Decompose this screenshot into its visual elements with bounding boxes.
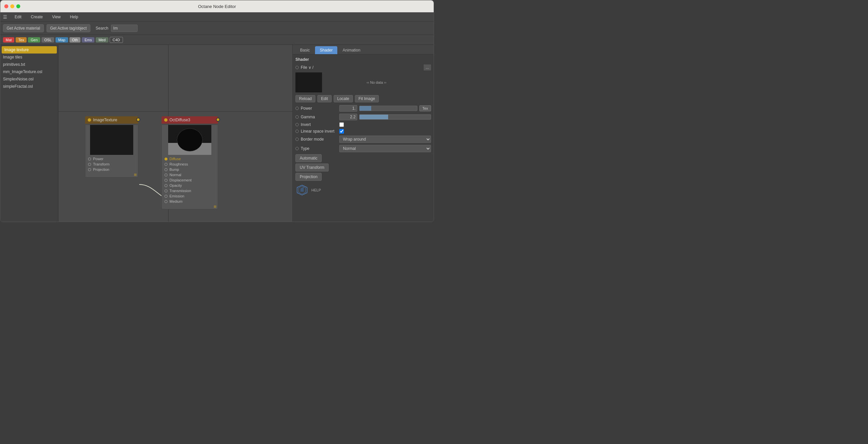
port-dot-roughness[interactable] — [164, 163, 167, 166]
menu-help[interactable]: Help — [68, 14, 81, 20]
port-dot-medium[interactable] — [164, 200, 167, 203]
close-button[interactable] — [4, 4, 8, 8]
tab-basic[interactable]: Basic — [296, 46, 314, 54]
param-slider-gamma[interactable] — [359, 114, 431, 120]
filter-med[interactable]: Med — [96, 37, 108, 42]
sidebar-item-primitives[interactable]: primitives.txt — [0, 61, 58, 68]
resize-icon-oct-diffuse[interactable]: ⊞ — [214, 205, 216, 209]
file-path: / — [312, 65, 313, 70]
port-label-diffuse: Diffuse — [169, 157, 181, 161]
param-value-gamma[interactable] — [339, 114, 357, 120]
filter-tex[interactable]: Tex — [16, 37, 27, 42]
filter-mat[interactable]: Mat — [3, 37, 14, 42]
canvas-divider-horizontal — [59, 111, 292, 112]
param-dot-invert[interactable] — [296, 123, 299, 126]
filter-oth[interactable]: Oth — [69, 37, 81, 42]
param-dot-power[interactable] — [296, 107, 299, 110]
search-input[interactable] — [111, 25, 137, 32]
automatic-button[interactable]: Automatic — [296, 154, 322, 162]
file-more-button[interactable]: ... — [424, 64, 431, 70]
port-dot-normal[interactable] — [164, 173, 167, 177]
port-label-projection: Projection — [93, 167, 109, 171]
filter-c4d[interactable]: C4D — [110, 37, 123, 43]
sidebar-item-mm-image[interactable]: mm_ImageTexture.osl — [0, 68, 58, 75]
port-dot-projection[interactable] — [88, 168, 91, 171]
param-slider-power[interactable] — [359, 106, 417, 111]
node-collapse-dot-diffuse[interactable] — [164, 118, 167, 122]
node-collapse-dot[interactable] — [88, 118, 91, 122]
param-row-power: Power Tex — [296, 105, 431, 112]
sidebar-item-image-texture[interactable]: Image texture — [2, 46, 57, 54]
param-row-linear-space: Linear space invert — [296, 129, 431, 134]
image-preview-row: ‹‹ No data ›› — [296, 72, 431, 92]
port-dot-transform[interactable] — [88, 163, 91, 166]
invert-checkbox[interactable] — [339, 122, 344, 127]
sidebar-item-image-tiles[interactable]: Image tiles — [0, 54, 58, 61]
port-dot-emission[interactable] — [164, 195, 167, 198]
file-dot[interactable] — [296, 66, 299, 69]
port-dot-power[interactable] — [88, 158, 91, 160]
param-label-type: Type — [301, 146, 337, 151]
port-dot-bump[interactable] — [164, 168, 167, 171]
menu-icon: ☰ — [3, 14, 7, 20]
param-dot-border[interactable] — [296, 137, 299, 141]
node-output-port-diffuse[interactable] — [216, 118, 220, 122]
get-active-tag-button[interactable]: Get Active tag/object — [46, 24, 90, 32]
fit-image-button[interactable]: Fit Image — [355, 95, 379, 102]
filter-gen[interactable]: Gen — [28, 37, 40, 42]
reload-button[interactable]: Reload — [296, 95, 315, 102]
border-mode-select[interactable]: Wrap around — [339, 136, 431, 143]
port-medium: Medium — [162, 199, 218, 204]
param-dot-gamma[interactable] — [296, 115, 299, 119]
port-dot-opacity[interactable] — [164, 184, 167, 187]
panel-tabs: Basic Shader Animation — [293, 45, 434, 55]
port-displacement: Displacement — [162, 178, 218, 183]
node-footer-oct-diffuse: ⊞ — [162, 204, 218, 209]
projection-button[interactable]: Projection — [296, 173, 322, 181]
resize-icon-image-texture[interactable]: ⊞ — [134, 173, 136, 177]
port-label-roughness: Roughness — [169, 162, 188, 166]
tab-shader[interactable]: Shader — [315, 46, 337, 54]
edit-button[interactable]: Edit — [317, 95, 332, 102]
main-layout: Image texture Image tiles primitives.txt… — [0, 45, 434, 222]
port-dot-transmission[interactable] — [164, 189, 167, 192]
octane-help-icon — [296, 184, 309, 197]
maximize-button[interactable] — [16, 4, 20, 8]
filter-map[interactable]: Map — [56, 37, 68, 42]
sidebar-item-fractal[interactable]: simpleFractal.osl — [0, 83, 58, 90]
param-dot-type[interactable] — [296, 147, 299, 150]
param-dot-linear[interactable] — [296, 130, 299, 133]
menu-create[interactable]: Create — [29, 14, 45, 20]
port-power: Power — [85, 156, 138, 161]
node-footer-image-texture: ⊞ — [85, 172, 138, 177]
sidebar-item-simplex[interactable]: SimplexNoise.osl — [0, 75, 58, 83]
port-opacity: Opacity — [162, 183, 218, 188]
param-tex-button-power[interactable]: Tex — [420, 105, 431, 111]
filter-ems[interactable]: Ems — [82, 37, 94, 42]
get-active-material-button[interactable]: Get Active material — [3, 24, 44, 32]
minimize-button[interactable] — [10, 4, 14, 8]
port-dot-diffuse[interactable] — [164, 158, 167, 160]
menu-view[interactable]: View — [50, 14, 63, 20]
file-no-data: ‹‹ No data ›› — [322, 72, 431, 92]
port-label-medium: Medium — [169, 199, 182, 203]
linear-space-checkbox[interactable] — [339, 129, 344, 134]
param-value-power[interactable] — [339, 105, 357, 112]
uv-transform-button[interactable]: UV Transform — [296, 163, 329, 171]
port-label-normal: Normal — [169, 173, 181, 177]
canvas-area[interactable]: ImageTexture Power Transform P — [59, 45, 292, 222]
param-row-type: Type Normal — [296, 145, 431, 152]
locate-button[interactable]: Locate — [334, 95, 353, 102]
port-roughness: Roughness — [162, 161, 218, 167]
port-label-bump: Bump — [169, 167, 179, 171]
port-dot-displacement[interactable] — [164, 179, 167, 182]
node-output-port[interactable] — [136, 118, 140, 122]
window-controls — [4, 4, 20, 8]
port-label-displacement: Displacement — [169, 178, 192, 182]
tab-animation[interactable]: Animation — [338, 46, 365, 54]
sidebar: Image texture Image tiles primitives.txt… — [0, 45, 59, 222]
port-normal: Normal — [162, 172, 218, 178]
menu-edit[interactable]: Edit — [12, 14, 24, 20]
type-select[interactable]: Normal — [339, 145, 431, 152]
filter-osl[interactable]: OSL — [41, 37, 54, 42]
